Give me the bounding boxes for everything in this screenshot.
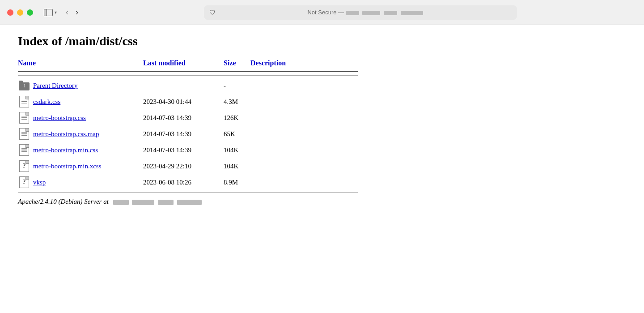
server-info-text: Apache/2.4.10 (Debian) Server at	[18, 198, 109, 205]
text-file-icon	[19, 144, 29, 156]
list-item: metro-bootstrap.min.css 2014-07-03 14:39…	[18, 142, 358, 158]
server-addr-blur-4	[177, 200, 202, 205]
parent-dir-link[interactable]: Parent Directory	[33, 82, 78, 90]
nav-arrows: ‹ ›	[66, 8, 78, 17]
close-button[interactable]	[7, 9, 13, 16]
file-name-cell: ? metro-bootstrap.min.xcss	[18, 160, 143, 172]
back-button[interactable]: ‹	[66, 8, 68, 17]
col-size-header: Size	[224, 59, 250, 67]
file-size: 65K	[224, 130, 250, 138]
name-sort-link[interactable]: Name	[18, 59, 36, 67]
address-blur-4	[401, 11, 423, 15]
shield-icon: 🛡	[209, 9, 216, 16]
forward-button[interactable]: ›	[76, 8, 78, 17]
col-name-header: Name	[18, 59, 143, 67]
text-file-icon	[19, 128, 29, 140]
file-name-cell: metro-bootstrap.css	[18, 111, 143, 124]
file-size: 4.3M	[224, 98, 250, 106]
file-modified: 2014-07-03 14:39	[143, 130, 224, 138]
file-link[interactable]: metro-bootstrap.min.css	[33, 146, 98, 154]
file-icon: ?	[18, 160, 30, 172]
file-link[interactable]: metro-bootstrap.css	[33, 114, 86, 122]
minimize-button[interactable]	[17, 9, 23, 16]
desc-sort-link[interactable]: Description	[250, 59, 286, 67]
parent-size: -	[224, 82, 250, 90]
parent-dir-cell: ↑ Parent Directory	[18, 79, 143, 92]
col-desc-header: Description	[250, 59, 304, 67]
server-addr-blur-3	[158, 200, 174, 205]
file-modified: 2023-04-30 01:44	[143, 98, 224, 106]
folder-icon: ↑	[18, 79, 30, 92]
file-icon: ?	[18, 176, 30, 189]
back-folder-icon: ↑	[19, 81, 30, 90]
list-item: csdark.css 2023-04-30 01:44 4.3M	[18, 94, 358, 110]
file-size: 104K	[224, 146, 250, 154]
security-label: Not Secure —	[307, 9, 344, 16]
maximize-button[interactable]	[27, 9, 33, 16]
address-blur-2	[362, 11, 380, 15]
sidebar-icon	[44, 9, 53, 16]
unknown-file-icon: ?	[19, 176, 29, 188]
traffic-lights	[7, 9, 33, 16]
browser-chrome: ▾ ‹ › 🛡 Not Secure —	[0, 0, 644, 25]
file-modified: 2023-06-08 10:26	[143, 179, 224, 186]
page-content: Index of /main/dist/css Name Last modifi…	[0, 25, 644, 214]
sidebar-toggle[interactable]: ▾	[44, 9, 57, 16]
file-name-cell: metro-bootstrap.css.map	[18, 128, 143, 140]
address-text: Not Secure —	[219, 9, 512, 16]
file-icon	[18, 128, 30, 140]
list-item: metro-bootstrap.css.map 2014-07-03 14:39…	[18, 126, 358, 142]
file-icon	[18, 111, 30, 124]
file-modified: 2014-07-03 14:39	[143, 146, 224, 154]
list-item: ? metro-bootstrap.min.xcss 2023-04-29 22…	[18, 158, 358, 174]
file-modified: 2014-07-03 14:39	[143, 114, 224, 122]
file-link[interactable]: metro-bootstrap.min.xcss	[33, 163, 101, 170]
table-header: Name Last modified Size Description	[18, 59, 358, 72]
server-footer: Apache/2.4.10 (Debian) Server at	[18, 198, 358, 206]
file-size: 126K	[224, 114, 250, 122]
list-item: ? vksp 2023-06-08 10:26 8.9M	[18, 174, 358, 190]
server-addr-blur-2	[132, 200, 154, 205]
file-link[interactable]: vksp	[33, 179, 46, 186]
address-blur-1	[346, 11, 359, 15]
text-file-icon	[19, 112, 29, 124]
address-bar[interactable]: 🛡 Not Secure —	[204, 5, 517, 20]
file-icon	[18, 144, 30, 156]
file-size: 8.9M	[224, 179, 250, 186]
file-name-cell: ? vksp	[18, 176, 143, 189]
address-bar-container: 🛡 Not Secure —	[84, 5, 637, 20]
file-link[interactable]: metro-bootstrap.css.map	[33, 130, 99, 138]
list-item: ↑ Parent Directory -	[18, 77, 358, 94]
file-name-cell: metro-bootstrap.min.css	[18, 144, 143, 156]
file-modified: 2023-04-29 22:10	[143, 163, 224, 170]
file-name-cell: csdark.css	[18, 95, 143, 108]
address-blur-3	[384, 11, 397, 15]
server-addr-blur-1	[113, 200, 129, 205]
list-item: metro-bootstrap.css 2014-07-03 14:39 126…	[18, 110, 358, 126]
file-listing: Name Last modified Size Description ↑	[18, 59, 358, 206]
unknown-file-icon: ?	[19, 160, 29, 172]
text-file-icon	[19, 96, 29, 107]
file-icon	[18, 95, 30, 108]
bottom-separator	[18, 192, 358, 193]
file-link[interactable]: csdark.css	[33, 98, 60, 106]
modified-sort-link[interactable]: Last modified	[143, 59, 186, 67]
top-separator	[18, 75, 358, 76]
col-modified-header: Last modified	[143, 59, 224, 67]
size-sort-link[interactable]: Size	[224, 59, 236, 67]
file-size: 104K	[224, 163, 250, 170]
page-title: Index of /main/dist/css	[18, 34, 626, 48]
chevron-down-icon: ▾	[55, 10, 57, 15]
